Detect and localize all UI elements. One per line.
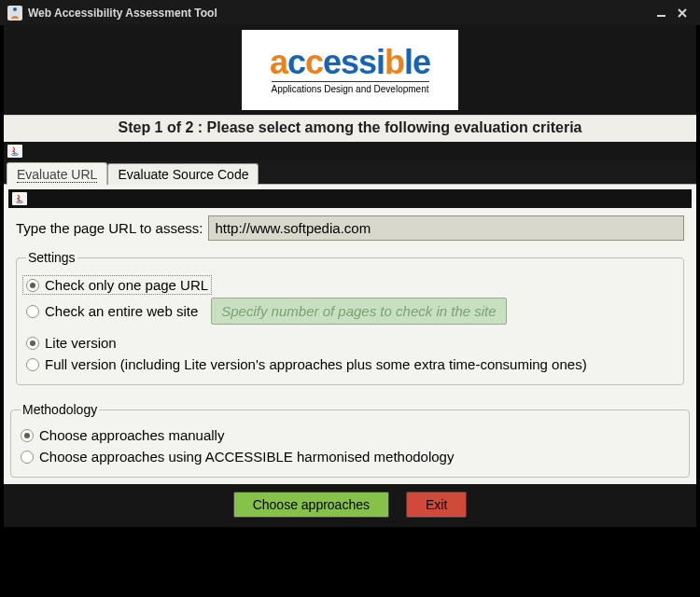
app-icon <box>7 6 22 21</box>
logo-letter: c <box>287 43 305 81</box>
radio-version-full[interactable]: Full version (including Lite version's a… <box>26 354 674 375</box>
logo-letter: l <box>404 43 413 81</box>
methodology-fieldset: Methodology Choose approaches manually C… <box>10 402 690 478</box>
radio-method-manual[interactable]: Choose approaches manually <box>21 424 679 446</box>
radio-icon <box>26 358 39 371</box>
svg-rect-1 <box>657 15 665 17</box>
java-icon <box>12 192 27 205</box>
tab-body: Type the page URL to assess: Settings Ch… <box>4 184 696 484</box>
title-bar: Web Accessibility Assessment Tool <box>0 0 700 25</box>
radio-icon <box>26 337 39 350</box>
logo-area: accessible Applications Design and Devel… <box>4 25 696 115</box>
radio-icon <box>26 279 39 292</box>
radio-label: Full version (including Lite version's a… <box>45 356 587 372</box>
radio-icon <box>26 305 39 318</box>
settings-legend: Settings <box>26 250 77 265</box>
logo: accessible Applications Design and Devel… <box>242 30 458 110</box>
tab-label: Evaluate URL <box>17 167 97 183</box>
radio-label: Choose approaches using ACCESSIBLE harmo… <box>39 449 454 465</box>
svg-point-3 <box>17 201 23 203</box>
radio-label: Check an entire web site <box>45 303 198 319</box>
logo-tagline: Applications Design and Development <box>272 81 429 94</box>
logo-letter: s <box>341 43 358 81</box>
logo-letter: b <box>385 43 404 81</box>
logo-letter: c <box>305 43 323 81</box>
svg-point-0 <box>13 7 17 11</box>
logo-letter: e <box>413 43 430 81</box>
svg-point-2 <box>12 154 19 156</box>
logo-letter: i <box>376 43 385 81</box>
java-strip-outer <box>4 142 696 160</box>
settings-fieldset: Settings Check only one page URL Check a… <box>16 250 684 385</box>
minimize-button[interactable] <box>651 5 672 21</box>
radio-icon <box>21 429 34 442</box>
tab-strip: Evaluate URL Evaluate Source Code <box>4 160 696 184</box>
logo-letter: a <box>270 43 287 81</box>
pages-to-check-field: Specify number of pages to check in the … <box>211 298 506 325</box>
choose-approaches-button[interactable]: Choose approaches <box>233 492 389 518</box>
close-button[interactable] <box>672 5 693 21</box>
java-strip-inner <box>8 189 692 208</box>
logo-letter: s <box>358 43 376 81</box>
radio-label: Lite version <box>45 335 117 351</box>
logo-letter: e <box>323 43 341 81</box>
radio-method-harmonised[interactable]: Choose approaches using ACCESSIBLE harmo… <box>21 446 679 467</box>
methodology-legend: Methodology <box>21 402 99 417</box>
url-input[interactable] <box>208 215 684 241</box>
radio-scope-one-page[interactable]: Check only one page URL <box>22 275 212 295</box>
tab-evaluate-source[interactable]: Evaluate Source Code <box>107 163 259 185</box>
radio-scope-entire-site[interactable]: Check an entire web site <box>26 300 198 322</box>
url-label: Type the page URL to assess: <box>16 220 203 236</box>
step-instruction: Step 1 of 2 : Please select among the fo… <box>4 115 696 142</box>
radio-version-lite[interactable]: Lite version <box>26 332 674 354</box>
evaluate-url-panel: Type the page URL to assess: Settings Ch… <box>8 208 692 398</box>
button-bar: Choose approaches Exit <box>4 484 696 527</box>
exit-button[interactable]: Exit <box>406 492 467 518</box>
tab-evaluate-url[interactable]: Evaluate URL <box>7 162 107 185</box>
radio-label: Choose approaches manually <box>39 427 224 443</box>
window-title: Web Accessibility Assessment Tool <box>28 7 217 20</box>
java-icon <box>7 145 22 158</box>
radio-label: Check only one page URL <box>45 277 208 293</box>
radio-icon <box>21 451 34 464</box>
